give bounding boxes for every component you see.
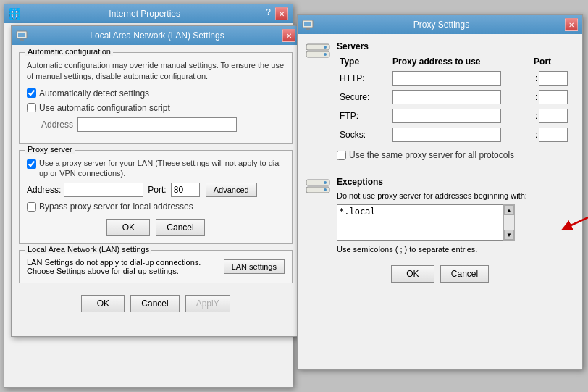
servers-icon bbox=[305, 41, 331, 67]
lan-settings-icon bbox=[16, 30, 28, 41]
ftp-proxy-input[interactable] bbox=[392, 109, 501, 123]
auto-config-script-label: Use automatic configuration script bbox=[39, 103, 170, 113]
secure-label: Secure: bbox=[337, 88, 390, 107]
same-proxy-row: Use the same proxy server for all protoc… bbox=[337, 150, 575, 160]
proxy-buttons: OK Cancel bbox=[27, 219, 285, 236]
port-col-header: Port bbox=[531, 54, 575, 69]
ftp-port-input[interactable] bbox=[539, 109, 568, 123]
exceptions-text-area: Exceptions Do not use proxy server for a… bbox=[337, 177, 575, 254]
auto-detect-label: Automatically detect settings bbox=[39, 88, 149, 99]
proxy-server-section-title: Proxy server bbox=[25, 145, 75, 154]
svg-rect-5 bbox=[18, 33, 25, 37]
http-row: HTTP: : bbox=[337, 69, 575, 88]
proxy-bottom-buttons: OK Cancel bbox=[305, 261, 575, 287]
scroll-up-btn[interactable]: ▲ bbox=[504, 205, 514, 215]
secure-row: Secure: : bbox=[337, 88, 575, 107]
auto-detect-checkbox[interactable] bbox=[27, 88, 36, 98]
lan-settings-titlebar: Local Area Network (LAN) Settings ✕ bbox=[12, 26, 300, 45]
auto-config-script-checkbox[interactable] bbox=[27, 103, 36, 112]
proxy-address-row: Address: Port: Advanced bbox=[27, 183, 285, 197]
proxy-server-label: Use a proxy server for your LAN (These s… bbox=[39, 158, 285, 179]
servers-content: Servers Type Proxy address to use Port H… bbox=[305, 41, 575, 164]
lan-title-group: Local Area Network (LAN) Settings bbox=[16, 30, 282, 41]
lan-settings-title: Local Area Network (LAN) Settings bbox=[32, 30, 282, 41]
socks-row: Socks: : bbox=[337, 125, 575, 144]
bottom-apply-btn[interactable]: ApplY bbox=[185, 295, 230, 312]
exceptions-label: Exceptions bbox=[337, 177, 575, 187]
auto-config-desc1: Automatic configuration may override man… bbox=[27, 61, 269, 70]
proxy-settings-titlebar: Proxy Settings ✕ bbox=[298, 15, 582, 34]
http-proxy-input[interactable] bbox=[392, 71, 501, 86]
servers-section: Servers Type Proxy address to use Port H… bbox=[305, 41, 575, 164]
lan-note-desc1: LAN Settings do not apply to dial-up con… bbox=[27, 258, 201, 267]
internet-props-title: Internet Properties bbox=[23, 9, 266, 19]
lan-settings-close-btn[interactable]: ✕ bbox=[282, 29, 295, 42]
svg-point-14 bbox=[324, 46, 327, 49]
lan-note-row: LAN Settings do not apply to dial-up con… bbox=[27, 258, 285, 275]
ftp-label: FTP: bbox=[337, 107, 390, 125]
address-row: Address bbox=[41, 117, 285, 132]
exceptions-content: Exceptions Do not use proxy server for a… bbox=[305, 177, 575, 254]
same-proxy-checkbox[interactable] bbox=[337, 151, 346, 160]
servers-table-container: Servers Type Proxy address to use Port H… bbox=[337, 41, 575, 164]
exceptions-desc: Do not use proxy server for addresses be… bbox=[337, 191, 575, 200]
red-arrow-annotation bbox=[553, 212, 588, 235]
lan-settings-body: Automatic configuration Automatic config… bbox=[12, 45, 300, 324]
secure-colon: : bbox=[534, 92, 539, 102]
proxy-cancel-btn[interactable]: Cancel bbox=[156, 219, 204, 236]
proxy-port-input[interactable] bbox=[171, 183, 200, 197]
secure-proxy-input[interactable] bbox=[392, 90, 501, 104]
proxy-settings-icon bbox=[302, 19, 314, 30]
ftp-row: FTP: : bbox=[337, 107, 575, 125]
internet-props-titlebar: Internet Properties ? ✕ bbox=[4, 4, 293, 23]
svg-line-21 bbox=[566, 215, 588, 228]
scroll-down-btn[interactable]: ▼ bbox=[504, 230, 514, 240]
proxy-settings-window: Proxy Settings ✕ Servers bbox=[297, 14, 583, 370]
bypass-checkbox[interactable] bbox=[27, 202, 36, 212]
advanced-btn[interactable]: Advanced bbox=[206, 183, 257, 197]
secure-port-input[interactable] bbox=[539, 90, 568, 104]
exceptions-scrollbar: ▲ ▼ bbox=[503, 204, 515, 241]
proxy-ok-btn[interactable]: OK bbox=[106, 219, 150, 236]
http-label: HTTP: bbox=[337, 69, 390, 88]
proxy-server-row: Use a proxy server for your LAN (These s… bbox=[27, 158, 285, 179]
proxy-server-checkbox[interactable] bbox=[27, 159, 36, 169]
auto-detect-row: Automatically detect settings bbox=[27, 88, 285, 99]
socks-port-input[interactable] bbox=[539, 128, 568, 142]
socks-colon: : bbox=[534, 130, 539, 140]
proxy-addr-col-header: Proxy address to use bbox=[390, 54, 531, 69]
socks-proxy-input[interactable] bbox=[392, 128, 501, 142]
lan-note-desc2: Choose Settings above for dial-up settin… bbox=[27, 267, 201, 275]
socks-label: Socks: bbox=[337, 125, 390, 144]
type-col-header: Type bbox=[337, 54, 390, 69]
servers-label: Servers bbox=[337, 41, 575, 51]
lan-settings-window: Local Area Network (LAN) Settings ✕ Auto… bbox=[11, 25, 301, 337]
proxy-settings-close-btn[interactable]: ✕ bbox=[565, 18, 578, 31]
auto-config-title: Automatic configuration bbox=[25, 47, 113, 56]
bottom-ok-btn[interactable]: OK bbox=[81, 295, 125, 312]
proxy-table: Type Proxy address to use Port HTTP: : bbox=[337, 54, 575, 144]
proxy-dialog-ok-btn[interactable]: OK bbox=[391, 265, 434, 283]
port-label: Port: bbox=[148, 185, 166, 195]
help-btn[interactable]: ? bbox=[266, 7, 271, 20]
address-input[interactable] bbox=[77, 117, 237, 132]
separator bbox=[305, 172, 575, 172]
bottom-buttons: OK Cancel ApplY bbox=[19, 291, 293, 317]
bypass-row: Bypass proxy server for local addresses bbox=[27, 201, 285, 212]
proxy-dialog-cancel-btn[interactable]: Cancel bbox=[440, 265, 489, 283]
exceptions-input-row: *.local ▲ ▼ bbox=[337, 204, 575, 241]
exceptions-icon bbox=[305, 177, 331, 203]
lan-settings-btn[interactable]: LAN settings bbox=[224, 259, 285, 274]
svg-rect-9 bbox=[304, 22, 311, 26]
svg-point-18 bbox=[324, 181, 327, 184]
bottom-cancel-btn[interactable]: Cancel bbox=[130, 295, 179, 312]
internet-props-controls: ? ✕ bbox=[266, 7, 288, 20]
exceptions-textarea[interactable]: *.local bbox=[337, 204, 503, 241]
proxy-address-input[interactable] bbox=[64, 183, 143, 197]
exceptions-section: Exceptions Do not use proxy server for a… bbox=[305, 177, 575, 254]
auto-config-section: Automatic configuration Automatic config… bbox=[19, 52, 293, 144]
internet-props-close-btn[interactable]: ✕ bbox=[275, 7, 288, 20]
svg-point-1 bbox=[12, 9, 17, 19]
svg-point-19 bbox=[324, 188, 327, 191]
http-port-input[interactable] bbox=[539, 71, 568, 86]
